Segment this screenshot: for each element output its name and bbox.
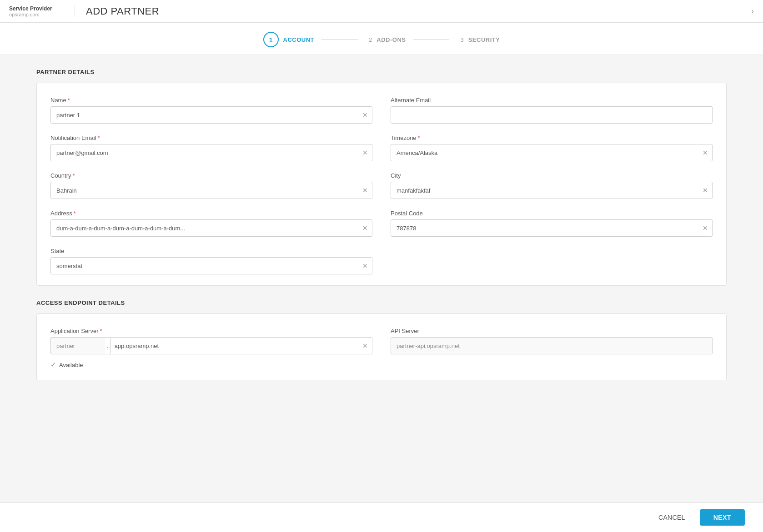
address-input-wrapper: ✕	[50, 219, 372, 237]
available-badge: ✓ Available	[50, 361, 372, 369]
state-input[interactable]	[50, 257, 372, 274]
next-button[interactable]: NEXT	[700, 509, 745, 526]
address-label: Address*	[50, 210, 372, 217]
timezone-input-wrapper: ✕	[391, 144, 713, 161]
state-group: State ✕	[50, 248, 372, 274]
notification-email-clear-button[interactable]: ✕	[362, 149, 368, 156]
step-connector-1	[321, 40, 358, 40]
notification-email-input[interactable]	[50, 144, 372, 161]
cancel-button[interactable]: CANCEL	[651, 510, 693, 525]
step-1-circle: 1	[263, 32, 279, 47]
alternate-email-label: Alternate Email	[391, 97, 713, 104]
alternate-email-input[interactable]	[391, 106, 713, 124]
name-clear-button[interactable]: ✕	[362, 112, 368, 118]
address-clear-button[interactable]: ✕	[362, 225, 368, 231]
name-group: Name* ✕	[50, 97, 372, 124]
step-connector-2	[413, 40, 449, 40]
postal-code-label: Postal Code	[391, 210, 713, 217]
app-server-prefix: partner	[50, 337, 105, 354]
partner-details-title: PARTNER DETAILS	[36, 69, 727, 75]
app-server-dot: .	[105, 337, 110, 354]
step-2[interactable]: 2 ADD-ONS	[365, 36, 406, 43]
step-1[interactable]: 1 ACCOUNT	[263, 32, 315, 47]
footer: CANCEL NEXT	[0, 502, 763, 532]
city-input[interactable]	[391, 182, 713, 199]
name-input-wrapper: ✕	[50, 106, 372, 124]
app-server-row: partner . ✕	[50, 337, 372, 354]
page-title: ADD PARTNER	[75, 5, 159, 17]
city-input-wrapper: ✕	[391, 182, 713, 199]
app-server-label: Application Server*	[50, 328, 372, 334]
address-input[interactable]	[50, 219, 372, 237]
timezone-clear-button[interactable]: ✕	[703, 149, 708, 156]
postal-code-input[interactable]	[391, 219, 713, 237]
postal-code-clear-button[interactable]: ✕	[703, 225, 708, 231]
city-group: City ✕	[391, 172, 713, 199]
alternate-email-input-wrapper	[391, 106, 713, 124]
country-input[interactable]	[50, 182, 372, 199]
timezone-group: Timezone* ✕	[391, 134, 713, 161]
timezone-input[interactable]	[391, 144, 713, 161]
postal-code-input-wrapper: ✕	[391, 219, 713, 237]
access-endpoint-title: ACCESS ENDPOINT DETAILS	[36, 299, 727, 306]
notification-email-label: Notification Email*	[50, 134, 372, 141]
partner-details-card: Name* ✕ Alternate Email Notificati	[36, 83, 727, 286]
step-2-number: 2	[369, 36, 372, 43]
name-input[interactable]	[50, 106, 372, 124]
timezone-label: Timezone*	[391, 134, 713, 141]
address-group: Address* ✕	[50, 210, 372, 237]
name-label: Name*	[50, 97, 372, 104]
api-server-input-wrapper	[391, 337, 713, 354]
notification-email-group: Notification Email* ✕	[50, 134, 372, 161]
brand-sub: opsramp.com	[9, 12, 65, 17]
main-content: PARTNER DETAILS Name* ✕ Alternate Email	[0, 55, 763, 505]
app-server-group: Application Server* partner . ✕ ✓ Availa…	[50, 328, 372, 369]
stepper: 1 ACCOUNT 2 ADD-ONS 3 SECURITY	[0, 23, 763, 55]
postal-code-group: Postal Code ✕	[391, 210, 713, 237]
brand-section: Service Provider opsramp.com	[9, 5, 75, 17]
state-label: State	[50, 248, 372, 254]
country-label: Country*	[50, 172, 372, 179]
header: Service Provider opsramp.com ADD PARTNER…	[0, 0, 763, 23]
country-input-wrapper: ✕	[50, 182, 372, 199]
state-clear-button[interactable]: ✕	[362, 263, 368, 269]
app-server-clear-button[interactable]: ✕	[362, 343, 368, 349]
step-1-label: ACCOUNT	[283, 36, 315, 43]
available-text: Available	[59, 362, 83, 368]
alternate-email-group: Alternate Email	[391, 97, 713, 124]
notification-email-input-wrapper: ✕	[50, 144, 372, 161]
state-input-wrapper: ✕	[50, 257, 372, 274]
brand-name: Service Provider	[9, 5, 65, 12]
city-label: City	[391, 172, 713, 179]
step-3[interactable]: 3 SECURITY	[457, 36, 500, 43]
api-server-label: API Server	[391, 328, 713, 334]
app-server-suffix-wrapper: ✕	[110, 337, 372, 354]
country-clear-button[interactable]: ✕	[362, 187, 368, 194]
step-3-number: 3	[460, 36, 463, 43]
api-server-group: API Server	[391, 328, 713, 369]
country-group: Country* ✕	[50, 172, 372, 199]
city-clear-button[interactable]: ✕	[703, 187, 708, 194]
api-server-input	[391, 337, 713, 354]
breadcrumb-chevron-icon: ›	[751, 6, 754, 16]
step-3-label: SECURITY	[468, 36, 500, 43]
step-2-label: ADD-ONS	[376, 36, 406, 43]
access-endpoint-card: Application Server* partner . ✕ ✓ Availa…	[36, 313, 727, 380]
app-server-suffix-input[interactable]	[110, 337, 372, 354]
available-check-icon: ✓	[50, 361, 56, 369]
